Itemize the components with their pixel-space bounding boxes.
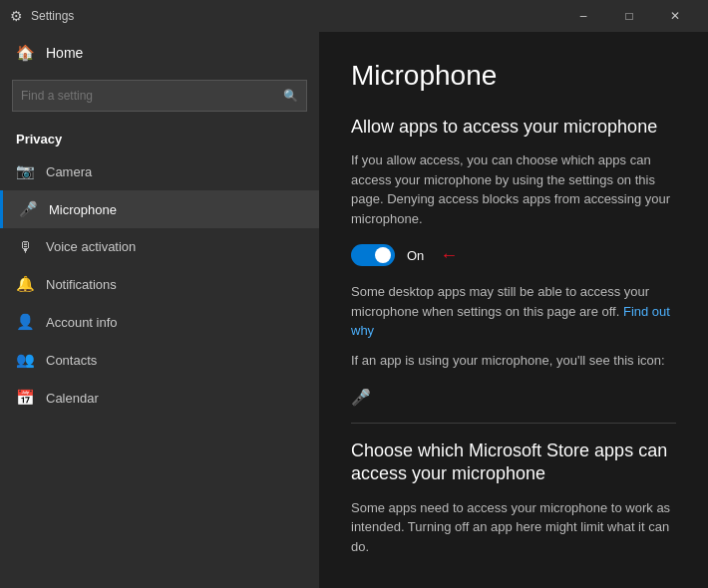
close-button[interactable]: ✕ bbox=[652, 0, 698, 32]
search-input[interactable] bbox=[13, 89, 275, 103]
toggle-row: On ← bbox=[351, 244, 676, 266]
title-bar-left: ⚙ Settings bbox=[10, 8, 74, 24]
sidebar-item-account-info[interactable]: 👤 Account info bbox=[0, 303, 319, 341]
sidebar-item-label: Account info bbox=[46, 315, 118, 330]
calendar-icon: 📅 bbox=[16, 389, 34, 407]
page-title: Microphone bbox=[351, 60, 676, 92]
settings-icon: ⚙ bbox=[10, 8, 23, 24]
window-controls: – □ ✕ bbox=[560, 0, 698, 32]
sidebar-section-label: Privacy bbox=[0, 122, 319, 152]
sidebar: 🏠 Home 🔍 Privacy 📷 Camera 🎤 Microphone 🎙… bbox=[0, 32, 319, 588]
home-icon: 🏠 bbox=[16, 44, 34, 62]
sidebar-item-calendar[interactable]: 📅 Calendar bbox=[0, 379, 319, 417]
sidebar-item-camera[interactable]: 📷 Camera bbox=[0, 152, 319, 190]
sidebar-item-notifications[interactable]: 🔔 Notifications bbox=[0, 265, 319, 303]
section1-description: If you allow access, you can choose whic… bbox=[351, 150, 676, 228]
toggle-knob bbox=[375, 247, 391, 263]
app-body: 🏠 Home 🔍 Privacy 📷 Camera 🎤 Microphone 🎙… bbox=[0, 32, 708, 588]
voice-activation-icon: 🎙 bbox=[16, 238, 34, 255]
microphone-icon: 🎤 bbox=[19, 200, 37, 218]
sidebar-item-label: Contacts bbox=[46, 353, 97, 368]
sidebar-item-label: Camera bbox=[46, 164, 92, 179]
sidebar-home-label: Home bbox=[46, 45, 83, 61]
section-divider bbox=[351, 423, 676, 424]
title-bar-title: Settings bbox=[31, 9, 74, 23]
section1-heading: Allow apps to access your microphone bbox=[351, 116, 676, 139]
section2-description: Some apps need to access your microphone… bbox=[351, 498, 676, 557]
sidebar-item-voice-activation[interactable]: 🎙 Voice activation bbox=[0, 228, 319, 265]
contacts-icon: 👥 bbox=[16, 351, 34, 369]
account-info-icon: 👤 bbox=[16, 313, 34, 331]
sidebar-item-label: Microphone bbox=[49, 202, 117, 217]
sidebar-item-label: Notifications bbox=[46, 277, 117, 292]
section2-heading: Choose which Microsoft Store apps can ac… bbox=[351, 440, 676, 486]
maximize-button[interactable]: □ bbox=[606, 0, 652, 32]
title-bar: ⚙ Settings – □ ✕ bbox=[0, 0, 708, 32]
sidebar-item-label: Calendar bbox=[46, 391, 99, 406]
icon-note-text: If an app is using your microphone, you'… bbox=[351, 353, 665, 368]
camera-icon: 📷 bbox=[16, 162, 34, 180]
sidebar-item-label: Voice activation bbox=[46, 239, 136, 254]
arrow-icon: ← bbox=[440, 245, 458, 266]
sidebar-item-home[interactable]: 🏠 Home bbox=[0, 32, 319, 74]
microphone-toggle[interactable] bbox=[351, 244, 395, 266]
search-box[interactable]: 🔍 bbox=[12, 80, 307, 112]
microphone-small-icon: 🎤 bbox=[351, 389, 371, 406]
sidebar-item-microphone[interactable]: 🎤 Microphone bbox=[0, 190, 319, 228]
search-icon: 🔍 bbox=[275, 89, 306, 103]
sidebar-item-contacts[interactable]: 👥 Contacts bbox=[0, 341, 319, 379]
main-content: Microphone Allow apps to access your mic… bbox=[319, 32, 708, 588]
notifications-icon: 🔔 bbox=[16, 275, 34, 293]
icon-example-row: If an app is using your microphone, you'… bbox=[351, 353, 676, 368]
minimize-button[interactable]: – bbox=[560, 0, 606, 32]
info-text-1: Some desktop apps may still be able to a… bbox=[351, 282, 676, 341]
toggle-label: On bbox=[407, 248, 424, 263]
